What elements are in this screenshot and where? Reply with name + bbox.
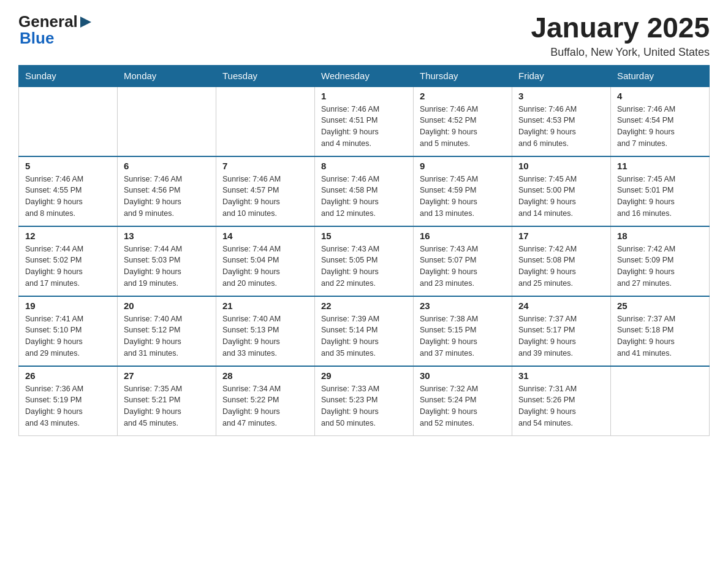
day-number: 5 (25, 161, 111, 171)
day-number: 26 (25, 370, 111, 381)
day-info: Sunrise: 7:42 AM Sunset: 5:09 PM Dayligh… (617, 243, 703, 289)
day-number: 22 (321, 301, 407, 311)
calendar-header-wednesday: Wednesday (315, 65, 414, 86)
calendar-week-row: 19Sunrise: 7:41 AM Sunset: 5:10 PM Dayli… (19, 296, 710, 366)
calendar-header-thursday: Thursday (414, 65, 512, 86)
calendar-header-row: SundayMondayTuesdayWednesdayThursdayFrid… (19, 65, 710, 86)
day-number: 10 (518, 161, 604, 171)
calendar-header-monday: Monday (118, 65, 216, 86)
calendar-cell (216, 86, 315, 156)
day-number: 18 (617, 231, 703, 241)
day-info: Sunrise: 7:44 AM Sunset: 5:02 PM Dayligh… (25, 243, 111, 289)
calendar-header-saturday: Saturday (611, 65, 710, 86)
day-info: Sunrise: 7:40 AM Sunset: 5:13 PM Dayligh… (222, 313, 308, 359)
day-info: Sunrise: 7:40 AM Sunset: 5:12 PM Dayligh… (124, 313, 210, 359)
calendar-cell: 8Sunrise: 7:46 AM Sunset: 4:58 PM Daylig… (315, 156, 414, 226)
day-info: Sunrise: 7:46 AM Sunset: 4:55 PM Dayligh… (25, 174, 111, 220)
calendar-cell: 13Sunrise: 7:44 AM Sunset: 5:03 PM Dayli… (118, 226, 216, 296)
day-number: 28 (222, 370, 308, 381)
svg-marker-0 (80, 17, 91, 28)
calendar-cell: 15Sunrise: 7:43 AM Sunset: 5:05 PM Dayli… (315, 226, 414, 296)
day-number: 15 (321, 231, 407, 241)
calendar-cell: 25Sunrise: 7:37 AM Sunset: 5:18 PM Dayli… (611, 296, 710, 366)
calendar-cell (118, 86, 216, 156)
title-block: January 2025 Buffalo, New York, United S… (531, 12, 710, 59)
day-info: Sunrise: 7:46 AM Sunset: 4:56 PM Dayligh… (124, 174, 210, 220)
calendar-cell: 22Sunrise: 7:39 AM Sunset: 5:14 PM Dayli… (315, 296, 414, 366)
day-number: 4 (617, 91, 703, 101)
calendar-cell: 24Sunrise: 7:37 AM Sunset: 5:17 PM Dayli… (512, 296, 611, 366)
day-number: 12 (25, 231, 111, 241)
day-info: Sunrise: 7:46 AM Sunset: 4:58 PM Dayligh… (321, 174, 407, 220)
page-header: General Blue January 2025 Buffalo, New Y… (18, 12, 710, 59)
day-info: Sunrise: 7:43 AM Sunset: 5:05 PM Dayligh… (321, 243, 407, 289)
calendar-cell: 4Sunrise: 7:46 AM Sunset: 4:54 PM Daylig… (611, 86, 710, 156)
day-info: Sunrise: 7:44 AM Sunset: 5:04 PM Dayligh… (222, 243, 308, 289)
day-info: Sunrise: 7:46 AM Sunset: 4:52 PM Dayligh… (420, 104, 506, 150)
day-number: 31 (518, 370, 604, 381)
calendar-cell: 27Sunrise: 7:35 AM Sunset: 5:21 PM Dayli… (118, 366, 216, 436)
calendar-cell: 26Sunrise: 7:36 AM Sunset: 5:19 PM Dayli… (19, 366, 118, 436)
calendar-cell: 21Sunrise: 7:40 AM Sunset: 5:13 PM Dayli… (216, 296, 315, 366)
calendar-week-row: 5Sunrise: 7:46 AM Sunset: 4:55 PM Daylig… (19, 156, 710, 226)
day-number: 11 (617, 161, 703, 171)
day-info: Sunrise: 7:45 AM Sunset: 4:59 PM Dayligh… (420, 174, 506, 220)
day-info: Sunrise: 7:32 AM Sunset: 5:24 PM Dayligh… (420, 383, 506, 429)
day-info: Sunrise: 7:37 AM Sunset: 5:17 PM Dayligh… (518, 313, 604, 359)
day-info: Sunrise: 7:37 AM Sunset: 5:18 PM Dayligh… (617, 313, 703, 359)
calendar-cell: 18Sunrise: 7:42 AM Sunset: 5:09 PM Dayli… (611, 226, 710, 296)
day-number: 23 (420, 301, 506, 311)
calendar-cell: 11Sunrise: 7:45 AM Sunset: 5:01 PM Dayli… (611, 156, 710, 226)
calendar-cell: 6Sunrise: 7:46 AM Sunset: 4:56 PM Daylig… (118, 156, 216, 226)
day-info: Sunrise: 7:46 AM Sunset: 4:53 PM Dayligh… (518, 104, 604, 150)
day-number: 1 (321, 91, 407, 101)
day-number: 7 (222, 161, 308, 171)
calendar-cell: 9Sunrise: 7:45 AM Sunset: 4:59 PM Daylig… (414, 156, 512, 226)
calendar-cell: 7Sunrise: 7:46 AM Sunset: 4:57 PM Daylig… (216, 156, 315, 226)
day-number: 2 (420, 91, 506, 101)
day-info: Sunrise: 7:42 AM Sunset: 5:08 PM Dayligh… (518, 243, 604, 289)
calendar-cell (19, 86, 118, 156)
calendar-cell: 10Sunrise: 7:45 AM Sunset: 5:00 PM Dayli… (512, 156, 611, 226)
day-number: 6 (124, 161, 210, 171)
logo-arrow-icon (79, 15, 93, 29)
day-number: 30 (420, 370, 506, 381)
calendar-cell: 30Sunrise: 7:32 AM Sunset: 5:24 PM Dayli… (414, 366, 512, 436)
logo-blue: Blue (20, 29, 54, 48)
month-title: January 2025 (531, 12, 710, 44)
calendar-cell: 1Sunrise: 7:46 AM Sunset: 4:51 PM Daylig… (315, 86, 414, 156)
calendar-cell: 14Sunrise: 7:44 AM Sunset: 5:04 PM Dayli… (216, 226, 315, 296)
day-info: Sunrise: 7:34 AM Sunset: 5:22 PM Dayligh… (222, 383, 308, 429)
day-number: 24 (518, 301, 604, 311)
day-number: 17 (518, 231, 604, 241)
day-number: 16 (420, 231, 506, 241)
calendar-cell: 2Sunrise: 7:46 AM Sunset: 4:52 PM Daylig… (414, 86, 512, 156)
day-info: Sunrise: 7:36 AM Sunset: 5:19 PM Dayligh… (25, 383, 111, 429)
calendar-cell: 23Sunrise: 7:38 AM Sunset: 5:15 PM Dayli… (414, 296, 512, 366)
day-number: 21 (222, 301, 308, 311)
calendar-cell: 31Sunrise: 7:31 AM Sunset: 5:26 PM Dayli… (512, 366, 611, 436)
calendar-cell: 28Sunrise: 7:34 AM Sunset: 5:22 PM Dayli… (216, 366, 315, 436)
day-number: 3 (518, 91, 604, 101)
day-info: Sunrise: 7:35 AM Sunset: 5:21 PM Dayligh… (124, 383, 210, 429)
day-number: 13 (124, 231, 210, 241)
day-info: Sunrise: 7:45 AM Sunset: 5:00 PM Dayligh… (518, 174, 604, 220)
calendar-cell (611, 366, 710, 436)
calendar-header-tuesday: Tuesday (216, 65, 315, 86)
day-number: 19 (25, 301, 111, 311)
day-info: Sunrise: 7:43 AM Sunset: 5:07 PM Dayligh… (420, 243, 506, 289)
day-number: 27 (124, 370, 210, 381)
day-number: 25 (617, 301, 703, 311)
day-info: Sunrise: 7:45 AM Sunset: 5:01 PM Dayligh… (617, 174, 703, 220)
day-number: 14 (222, 231, 308, 241)
calendar-cell: 12Sunrise: 7:44 AM Sunset: 5:02 PM Dayli… (19, 226, 118, 296)
calendar-header-sunday: Sunday (19, 65, 118, 86)
calendar-table: SundayMondayTuesdayWednesdayThursdayFrid… (18, 65, 710, 436)
calendar-week-row: 26Sunrise: 7:36 AM Sunset: 5:19 PM Dayli… (19, 366, 710, 436)
calendar-cell: 3Sunrise: 7:46 AM Sunset: 4:53 PM Daylig… (512, 86, 611, 156)
day-info: Sunrise: 7:46 AM Sunset: 4:51 PM Dayligh… (321, 104, 407, 150)
location: Buffalo, New York, United States (531, 46, 710, 59)
calendar-week-row: 1Sunrise: 7:46 AM Sunset: 4:51 PM Daylig… (19, 86, 710, 156)
calendar-cell: 20Sunrise: 7:40 AM Sunset: 5:12 PM Dayli… (118, 296, 216, 366)
day-info: Sunrise: 7:44 AM Sunset: 5:03 PM Dayligh… (124, 243, 210, 289)
